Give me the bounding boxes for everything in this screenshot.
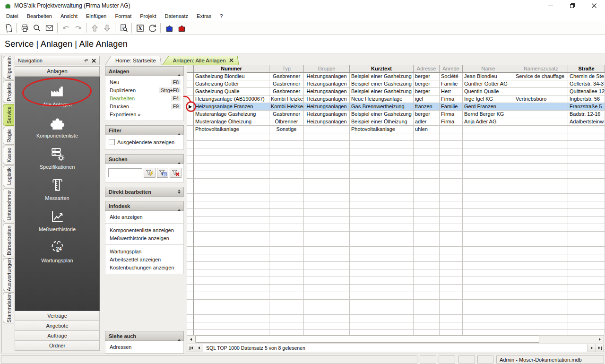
filter-remove-button[interactable] bbox=[170, 168, 182, 178]
menu-format[interactable]: Format bbox=[111, 12, 136, 20]
task-group-header-anlagen[interactable]: Anlagen bbox=[105, 66, 184, 76]
nav-item-komponentenliste[interactable]: Komponentenliste bbox=[15, 114, 99, 139]
column-header-anrede[interactable]: Anrede bbox=[440, 65, 463, 73]
new-document-button[interactable] bbox=[2, 22, 14, 34]
navigation-group-header[interactable]: Anlagen bbox=[15, 66, 100, 77]
task-action-meßwerthistorie-anzeigen[interactable]: Meßwerthistorie anzeigen bbox=[105, 234, 183, 242]
task-action-komponentenliste-anzeigen[interactable]: Komponentenliste anzeigen bbox=[105, 226, 183, 234]
sidebar-tab-auswertungen[interactable]: Auswertungen bbox=[3, 258, 14, 291]
table-row[interactable]: Gasheizung QualleGasbrennerHeizungsanlag… bbox=[187, 88, 605, 95]
column-header-nummer[interactable]: Nummer bbox=[194, 65, 269, 73]
last-record-button[interactable] bbox=[596, 344, 604, 352]
sidebar-tab-büroarbeiten[interactable]: Büroarbeiten bbox=[3, 223, 14, 257]
print-button[interactable] bbox=[18, 22, 31, 34]
sidebar-tab-kasse[interactable]: Kasse bbox=[3, 146, 14, 165]
collapse-icon[interactable] bbox=[178, 333, 181, 339]
task-group-header-siehe-auch[interactable]: Siehe auch bbox=[105, 331, 184, 341]
checkbox-box[interactable] bbox=[109, 139, 115, 145]
sidebar-tab-projekte[interactable]: Projekte bbox=[3, 80, 14, 103]
checkbox-ausgeblendete-anzeigen[interactable]: Ausgeblendete anzeigen bbox=[105, 137, 183, 147]
column-header-adresse[interactable]: Adresse bbox=[414, 65, 440, 73]
task-action-exportieren[interactable]: Exportieren » bbox=[105, 110, 183, 118]
scroll-left-button[interactable] bbox=[187, 336, 195, 343]
tab-home-startseite[interactable]: Home: Startseite bbox=[105, 56, 162, 65]
task-group-header-filter[interactable]: Filter bbox=[105, 125, 184, 135]
nav-footer-aufträge[interactable]: Aufträge bbox=[15, 331, 100, 341]
row-selector[interactable] bbox=[187, 73, 194, 80]
nav-item-wartungsplan[interactable]: 24Wartungsplan bbox=[15, 239, 99, 264]
minimize-button[interactable] bbox=[540, 0, 562, 11]
filter-apply-button[interactable] bbox=[144, 168, 156, 178]
collapse-icon[interactable] bbox=[178, 128, 181, 133]
refresh-button[interactable] bbox=[146, 22, 158, 34]
task-action-drucken[interactable]: Drucken...F9 bbox=[105, 102, 183, 110]
first-record-button[interactable] bbox=[187, 344, 195, 352]
column-header-gruppe[interactable]: Gruppe bbox=[304, 65, 350, 73]
nav-footer-angebote[interactable]: Angebote bbox=[15, 321, 100, 331]
nav-item-spezifikationen[interactable]: Spezifikationen bbox=[15, 145, 99, 170]
task-action-arbeitszettel-anzeigen[interactable]: Arbeitszettel anzeigen bbox=[105, 255, 183, 263]
next-record-button[interactable] bbox=[588, 344, 596, 352]
sidebar-tab-unternehmer[interactable]: Unternehmer bbox=[3, 188, 14, 222]
table-row[interactable]: Heizungsanlage FranzenKombi HeizkesselHe… bbox=[187, 103, 605, 111]
menu-extras[interactable]: Extras bbox=[192, 12, 216, 20]
menu-bearbeiten[interactable]: Bearbeiten bbox=[23, 12, 56, 20]
close-button[interactable] bbox=[583, 0, 605, 11]
scroll-right-button[interactable] bbox=[596, 336, 604, 343]
row-selector[interactable] bbox=[187, 126, 194, 133]
nav-item-messarten[interactable]: Messarten bbox=[15, 176, 99, 201]
nav-footer-ordner[interactable]: Ordner bbox=[15, 341, 100, 351]
nav-footer-verträge[interactable]: Verträge bbox=[15, 311, 100, 321]
filter-form-button[interactable] bbox=[157, 168, 169, 178]
row-selector[interactable] bbox=[187, 103, 194, 111]
search-input[interactable] bbox=[108, 168, 142, 177]
sidebar-tab-stammdaten[interactable]: Stammdaten bbox=[3, 292, 14, 323]
plugin-blue-button[interactable] bbox=[163, 22, 175, 34]
table-row[interactable]: Musteranlage ÖlheizungÖlbrennerHeizungsa… bbox=[187, 118, 605, 126]
nav-item-meßwerthistorie[interactable]: Meßwerthistorie bbox=[15, 208, 99, 233]
menu-projekt[interactable]: Projekt bbox=[136, 12, 160, 20]
table-row[interactable]: Gasheizung BlondieuGasbrennerHeizungsanl… bbox=[187, 73, 605, 80]
menu-datensatz[interactable]: Datensatz bbox=[161, 12, 193, 20]
sidebar-tab-service[interactable]: Service bbox=[3, 104, 14, 126]
row-selector[interactable] bbox=[187, 111, 194, 118]
sidebar-tab-logistik[interactable]: Logistik bbox=[3, 165, 14, 187]
column-header-name[interactable]: Name bbox=[463, 65, 514, 73]
column-header-namenszusatz[interactable]: Namenszusatz bbox=[514, 65, 568, 73]
task-group-header-suchen[interactable]: Suchen bbox=[105, 154, 184, 164]
collapse-icon[interactable] bbox=[178, 69, 181, 74]
document-search-button[interactable] bbox=[117, 22, 130, 34]
tab-close-icon[interactable] bbox=[229, 58, 233, 63]
task-action-neu[interactable]: NeuF8 bbox=[105, 78, 183, 86]
menu-ansicht[interactable]: Ansicht bbox=[56, 12, 82, 20]
sidebar-tab-regie[interactable]: Regie bbox=[3, 127, 14, 145]
column-header-straße[interactable]: Straße bbox=[568, 65, 605, 73]
task-group-header-infodesk[interactable]: Infodesk bbox=[105, 201, 184, 211]
collapse-icon[interactable] bbox=[178, 156, 181, 162]
table-row[interactable]: Heizungsanlage (AB1900067)Kombi Heizkess… bbox=[187, 95, 605, 103]
row-selector[interactable] bbox=[187, 88, 194, 95]
task-action-bearbeiten[interactable]: BearbeitenF4 bbox=[105, 94, 183, 102]
task-action-kostenbuchungen-anzeigen[interactable]: Kostenbuchungen anzeigen bbox=[105, 263, 183, 271]
column-header-typ[interactable]: Typ bbox=[269, 65, 304, 73]
table-row[interactable]: PhotovoltaikanlageSonstigePhotovoltaikan… bbox=[187, 126, 605, 133]
menu-datei[interactable]: Datei bbox=[2, 12, 23, 20]
collapse-icon[interactable] bbox=[178, 203, 181, 209]
task-group-header-direkt-bearbeiten[interactable]: Direkt bearbeiten bbox=[105, 187, 184, 197]
menu-einfügen[interactable]: Einfügen bbox=[82, 12, 111, 20]
previous-record-button[interactable] bbox=[195, 344, 203, 352]
plugin-red-button[interactable] bbox=[175, 22, 187, 34]
task-action-duplizieren[interactable]: DuplizierenStrg+F8 bbox=[105, 86, 183, 94]
menu-item[interactable]: ? bbox=[216, 12, 227, 20]
scrollbar-thumb[interactable] bbox=[195, 336, 539, 343]
print-preview-button[interactable] bbox=[31, 22, 43, 34]
restore-button[interactable] bbox=[562, 0, 583, 11]
excel-export-button[interactable]: X bbox=[134, 22, 146, 34]
close-navigation-icon[interactable] bbox=[90, 57, 97, 64]
expand-icon[interactable] bbox=[178, 190, 181, 194]
horizontal-scrollbar[interactable] bbox=[187, 335, 604, 343]
row-selector[interactable] bbox=[187, 95, 194, 103]
pin-icon[interactable] bbox=[82, 57, 90, 64]
tab-anlagen-alle-anlagen[interactable]: Anlagen: Alle Anlagen bbox=[163, 56, 239, 65]
task-action-adressen[interactable]: Adressen bbox=[105, 343, 183, 351]
